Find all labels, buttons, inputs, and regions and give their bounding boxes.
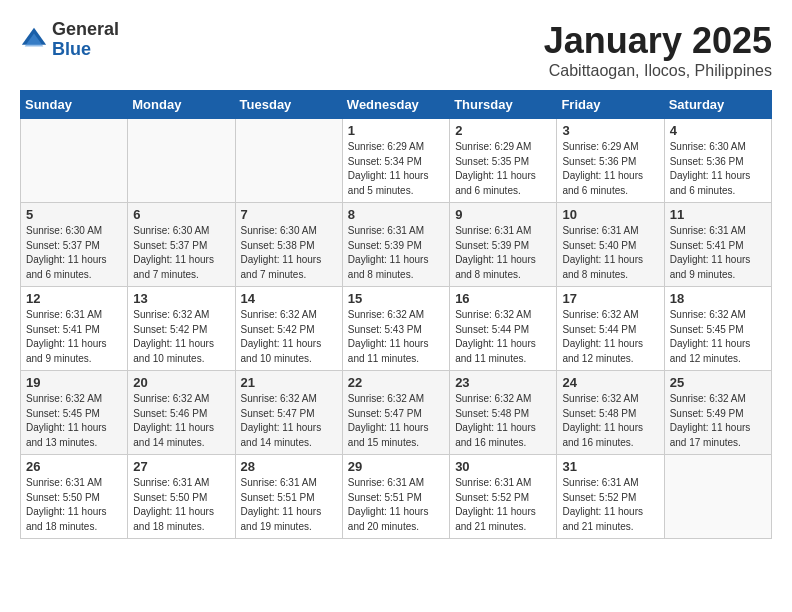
- calendar-header-tuesday: Tuesday: [235, 91, 342, 119]
- day-number: 7: [241, 207, 337, 222]
- calendar-cell: 12Sunrise: 6:31 AM Sunset: 5:41 PM Dayli…: [21, 287, 128, 371]
- calendar-cell: 8Sunrise: 6:31 AM Sunset: 5:39 PM Daylig…: [342, 203, 449, 287]
- calendar-cell: 3Sunrise: 6:29 AM Sunset: 5:36 PM Daylig…: [557, 119, 664, 203]
- calendar-cell: 27Sunrise: 6:31 AM Sunset: 5:50 PM Dayli…: [128, 455, 235, 539]
- calendar-cell: 29Sunrise: 6:31 AM Sunset: 5:51 PM Dayli…: [342, 455, 449, 539]
- day-info: Sunrise: 6:32 AM Sunset: 5:47 PM Dayligh…: [241, 392, 337, 450]
- calendar-header-sunday: Sunday: [21, 91, 128, 119]
- day-info: Sunrise: 6:29 AM Sunset: 5:36 PM Dayligh…: [562, 140, 658, 198]
- main-title: January 2025: [544, 20, 772, 62]
- calendar-cell: 6Sunrise: 6:30 AM Sunset: 5:37 PM Daylig…: [128, 203, 235, 287]
- calendar-cell: 25Sunrise: 6:32 AM Sunset: 5:49 PM Dayli…: [664, 371, 771, 455]
- calendar-header-wednesday: Wednesday: [342, 91, 449, 119]
- logo-icon: [20, 26, 48, 54]
- logo-general: General: [52, 20, 119, 40]
- calendar-cell: 10Sunrise: 6:31 AM Sunset: 5:40 PM Dayli…: [557, 203, 664, 287]
- day-info: Sunrise: 6:31 AM Sunset: 5:51 PM Dayligh…: [241, 476, 337, 534]
- calendar-cell: 1Sunrise: 6:29 AM Sunset: 5:34 PM Daylig…: [342, 119, 449, 203]
- day-number: 1: [348, 123, 444, 138]
- day-info: Sunrise: 6:32 AM Sunset: 5:49 PM Dayligh…: [670, 392, 766, 450]
- calendar-cell: 4Sunrise: 6:30 AM Sunset: 5:36 PM Daylig…: [664, 119, 771, 203]
- calendar-cell: 9Sunrise: 6:31 AM Sunset: 5:39 PM Daylig…: [450, 203, 557, 287]
- day-info: Sunrise: 6:32 AM Sunset: 5:46 PM Dayligh…: [133, 392, 229, 450]
- calendar-week-row: 26Sunrise: 6:31 AM Sunset: 5:50 PM Dayli…: [21, 455, 772, 539]
- calendar-cell: 21Sunrise: 6:32 AM Sunset: 5:47 PM Dayli…: [235, 371, 342, 455]
- logo-text: General Blue: [52, 20, 119, 60]
- calendar-cell: 24Sunrise: 6:32 AM Sunset: 5:48 PM Dayli…: [557, 371, 664, 455]
- calendar-cell: 23Sunrise: 6:32 AM Sunset: 5:48 PM Dayli…: [450, 371, 557, 455]
- day-number: 15: [348, 291, 444, 306]
- day-number: 14: [241, 291, 337, 306]
- title-block: January 2025 Cabittaogan, Ilocos, Philip…: [544, 20, 772, 80]
- day-number: 17: [562, 291, 658, 306]
- calendar-cell: [664, 455, 771, 539]
- calendar-cell: 22Sunrise: 6:32 AM Sunset: 5:47 PM Dayli…: [342, 371, 449, 455]
- day-number: 26: [26, 459, 122, 474]
- calendar-header-thursday: Thursday: [450, 91, 557, 119]
- calendar-cell: 13Sunrise: 6:32 AM Sunset: 5:42 PM Dayli…: [128, 287, 235, 371]
- calendar-cell: 26Sunrise: 6:31 AM Sunset: 5:50 PM Dayli…: [21, 455, 128, 539]
- day-info: Sunrise: 6:32 AM Sunset: 5:48 PM Dayligh…: [455, 392, 551, 450]
- calendar-cell: 31Sunrise: 6:31 AM Sunset: 5:52 PM Dayli…: [557, 455, 664, 539]
- day-number: 12: [26, 291, 122, 306]
- subtitle: Cabittaogan, Ilocos, Philippines: [544, 62, 772, 80]
- day-info: Sunrise: 6:29 AM Sunset: 5:35 PM Dayligh…: [455, 140, 551, 198]
- calendar-header-saturday: Saturday: [664, 91, 771, 119]
- day-number: 8: [348, 207, 444, 222]
- day-info: Sunrise: 6:31 AM Sunset: 5:41 PM Dayligh…: [26, 308, 122, 366]
- day-info: Sunrise: 6:31 AM Sunset: 5:52 PM Dayligh…: [455, 476, 551, 534]
- day-info: Sunrise: 6:32 AM Sunset: 5:44 PM Dayligh…: [562, 308, 658, 366]
- day-info: Sunrise: 6:30 AM Sunset: 5:37 PM Dayligh…: [133, 224, 229, 282]
- day-info: Sunrise: 6:30 AM Sunset: 5:37 PM Dayligh…: [26, 224, 122, 282]
- day-info: Sunrise: 6:30 AM Sunset: 5:36 PM Dayligh…: [670, 140, 766, 198]
- day-info: Sunrise: 6:31 AM Sunset: 5:41 PM Dayligh…: [670, 224, 766, 282]
- calendar-cell: 5Sunrise: 6:30 AM Sunset: 5:37 PM Daylig…: [21, 203, 128, 287]
- calendar-week-row: 1Sunrise: 6:29 AM Sunset: 5:34 PM Daylig…: [21, 119, 772, 203]
- day-info: Sunrise: 6:31 AM Sunset: 5:51 PM Dayligh…: [348, 476, 444, 534]
- calendar-cell: [21, 119, 128, 203]
- day-number: 16: [455, 291, 551, 306]
- day-number: 29: [348, 459, 444, 474]
- day-number: 18: [670, 291, 766, 306]
- calendar-header-monday: Monday: [128, 91, 235, 119]
- day-info: Sunrise: 6:31 AM Sunset: 5:40 PM Dayligh…: [562, 224, 658, 282]
- calendar-cell: 19Sunrise: 6:32 AM Sunset: 5:45 PM Dayli…: [21, 371, 128, 455]
- day-info: Sunrise: 6:31 AM Sunset: 5:52 PM Dayligh…: [562, 476, 658, 534]
- day-number: 25: [670, 375, 766, 390]
- calendar-cell: 30Sunrise: 6:31 AM Sunset: 5:52 PM Dayli…: [450, 455, 557, 539]
- calendar-week-row: 12Sunrise: 6:31 AM Sunset: 5:41 PM Dayli…: [21, 287, 772, 371]
- day-number: 31: [562, 459, 658, 474]
- calendar-cell: [128, 119, 235, 203]
- day-info: Sunrise: 6:32 AM Sunset: 5:42 PM Dayligh…: [133, 308, 229, 366]
- calendar-cell: [235, 119, 342, 203]
- calendar-cell: 28Sunrise: 6:31 AM Sunset: 5:51 PM Dayli…: [235, 455, 342, 539]
- calendar-cell: 17Sunrise: 6:32 AM Sunset: 5:44 PM Dayli…: [557, 287, 664, 371]
- day-info: Sunrise: 6:32 AM Sunset: 5:45 PM Dayligh…: [670, 308, 766, 366]
- day-number: 10: [562, 207, 658, 222]
- day-number: 6: [133, 207, 229, 222]
- day-number: 11: [670, 207, 766, 222]
- day-info: Sunrise: 6:31 AM Sunset: 5:39 PM Dayligh…: [348, 224, 444, 282]
- day-info: Sunrise: 6:31 AM Sunset: 5:50 PM Dayligh…: [133, 476, 229, 534]
- calendar-header-friday: Friday: [557, 91, 664, 119]
- day-number: 9: [455, 207, 551, 222]
- day-number: 5: [26, 207, 122, 222]
- logo: General Blue: [20, 20, 119, 60]
- day-number: 19: [26, 375, 122, 390]
- day-number: 30: [455, 459, 551, 474]
- day-number: 28: [241, 459, 337, 474]
- calendar-cell: 7Sunrise: 6:30 AM Sunset: 5:38 PM Daylig…: [235, 203, 342, 287]
- calendar-week-row: 19Sunrise: 6:32 AM Sunset: 5:45 PM Dayli…: [21, 371, 772, 455]
- day-number: 22: [348, 375, 444, 390]
- day-info: Sunrise: 6:30 AM Sunset: 5:38 PM Dayligh…: [241, 224, 337, 282]
- day-info: Sunrise: 6:32 AM Sunset: 5:44 PM Dayligh…: [455, 308, 551, 366]
- day-number: 13: [133, 291, 229, 306]
- day-number: 2: [455, 123, 551, 138]
- calendar-cell: 2Sunrise: 6:29 AM Sunset: 5:35 PM Daylig…: [450, 119, 557, 203]
- calendar-cell: 20Sunrise: 6:32 AM Sunset: 5:46 PM Dayli…: [128, 371, 235, 455]
- calendar-cell: 14Sunrise: 6:32 AM Sunset: 5:42 PM Dayli…: [235, 287, 342, 371]
- day-info: Sunrise: 6:29 AM Sunset: 5:34 PM Dayligh…: [348, 140, 444, 198]
- calendar-cell: 18Sunrise: 6:32 AM Sunset: 5:45 PM Dayli…: [664, 287, 771, 371]
- page-header: General Blue January 2025 Cabittaogan, I…: [20, 20, 772, 80]
- day-number: 3: [562, 123, 658, 138]
